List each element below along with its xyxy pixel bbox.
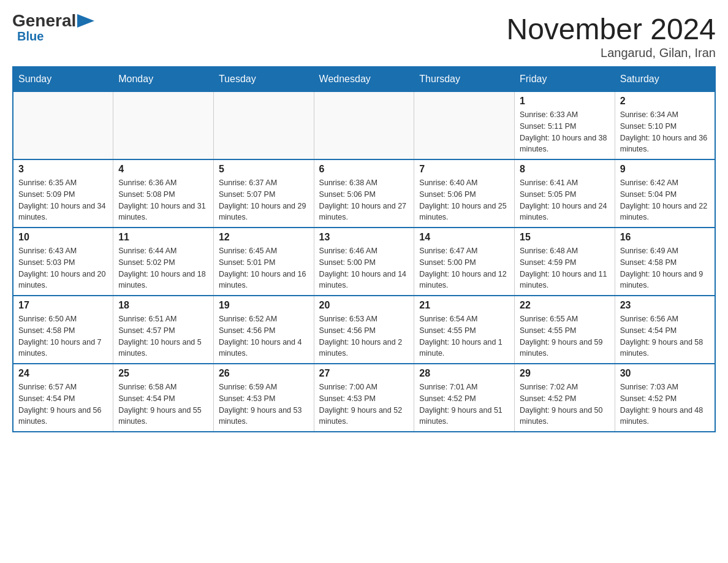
day-info: Sunrise: 6:46 AM Sunset: 5:00 PM Dayligh… <box>319 245 409 291</box>
calendar-header-saturday: Saturday <box>615 67 715 91</box>
calendar-header-row: SundayMondayTuesdayWednesdayThursdayFrid… <box>13 67 715 91</box>
day-info: Sunrise: 6:55 AM Sunset: 4:55 PM Dayligh… <box>520 313 610 359</box>
day-number: 24 <box>18 368 108 379</box>
calendar-cell: 25Sunrise: 6:58 AM Sunset: 4:54 PM Dayli… <box>113 364 214 432</box>
calendar-cell: 26Sunrise: 6:59 AM Sunset: 4:53 PM Dayli… <box>213 364 314 432</box>
day-number: 29 <box>520 368 610 379</box>
day-info: Sunrise: 7:00 AM Sunset: 4:53 PM Dayligh… <box>319 381 409 427</box>
day-info: Sunrise: 6:43 AM Sunset: 5:03 PM Dayligh… <box>18 245 108 291</box>
day-info: Sunrise: 6:44 AM Sunset: 5:02 PM Dayligh… <box>118 245 208 291</box>
calendar-cell <box>414 91 515 159</box>
day-info: Sunrise: 6:36 AM Sunset: 5:08 PM Dayligh… <box>118 177 208 223</box>
calendar-cell: 4Sunrise: 6:36 AM Sunset: 5:08 PM Daylig… <box>113 159 214 228</box>
calendar-header-friday: Friday <box>515 67 615 91</box>
calendar-cell: 30Sunrise: 7:03 AM Sunset: 4:52 PM Dayli… <box>615 364 715 432</box>
day-info: Sunrise: 6:41 AM Sunset: 5:05 PM Dayligh… <box>520 177 610 223</box>
day-number: 28 <box>419 368 509 379</box>
day-info: Sunrise: 6:33 AM Sunset: 5:11 PM Dayligh… <box>520 109 610 155</box>
day-info: Sunrise: 6:47 AM Sunset: 5:00 PM Dayligh… <box>419 245 509 291</box>
day-number: 16 <box>620 232 710 243</box>
calendar-cell: 10Sunrise: 6:43 AM Sunset: 5:03 PM Dayli… <box>13 228 113 296</box>
calendar-week-row: 10Sunrise: 6:43 AM Sunset: 5:03 PM Dayli… <box>13 228 715 296</box>
calendar-cell: 29Sunrise: 7:02 AM Sunset: 4:52 PM Dayli… <box>515 364 615 432</box>
logo-blue-text: Blue <box>17 29 44 44</box>
calendar-cell <box>314 91 414 159</box>
day-number: 30 <box>620 368 710 379</box>
day-number: 8 <box>520 164 610 175</box>
calendar-header-monday: Monday <box>113 67 214 91</box>
calendar-cell: 11Sunrise: 6:44 AM Sunset: 5:02 PM Dayli… <box>113 228 214 296</box>
day-number: 27 <box>319 368 409 379</box>
day-info: Sunrise: 7:01 AM Sunset: 4:52 PM Dayligh… <box>419 381 509 427</box>
day-info: Sunrise: 6:59 AM Sunset: 4:53 PM Dayligh… <box>219 381 309 427</box>
day-number: 22 <box>520 300 610 311</box>
day-info: Sunrise: 6:57 AM Sunset: 4:54 PM Dayligh… <box>18 381 108 427</box>
day-info: Sunrise: 7:02 AM Sunset: 4:52 PM Dayligh… <box>520 381 610 427</box>
calendar-cell <box>213 91 314 159</box>
calendar-cell: 13Sunrise: 6:46 AM Sunset: 5:00 PM Dayli… <box>314 228 414 296</box>
calendar-cell: 20Sunrise: 6:53 AM Sunset: 4:56 PM Dayli… <box>314 296 414 364</box>
day-number: 12 <box>219 232 309 243</box>
day-info: Sunrise: 6:51 AM Sunset: 4:57 PM Dayligh… <box>118 313 208 359</box>
calendar-cell: 8Sunrise: 6:41 AM Sunset: 5:05 PM Daylig… <box>515 159 615 228</box>
day-info: Sunrise: 6:52 AM Sunset: 4:56 PM Dayligh… <box>219 313 309 359</box>
day-number: 26 <box>219 368 309 379</box>
day-info: Sunrise: 6:45 AM Sunset: 5:01 PM Dayligh… <box>219 245 309 291</box>
day-info: Sunrise: 6:38 AM Sunset: 5:06 PM Dayligh… <box>319 177 409 223</box>
day-info: Sunrise: 6:53 AM Sunset: 4:56 PM Dayligh… <box>319 313 409 359</box>
day-info: Sunrise: 7:03 AM Sunset: 4:52 PM Dayligh… <box>620 381 710 427</box>
day-info: Sunrise: 6:48 AM Sunset: 4:59 PM Dayligh… <box>520 245 610 291</box>
calendar-week-row: 17Sunrise: 6:50 AM Sunset: 4:58 PM Dayli… <box>13 296 715 364</box>
day-number: 15 <box>520 232 610 243</box>
calendar-cell: 15Sunrise: 6:48 AM Sunset: 4:59 PM Dayli… <box>515 228 615 296</box>
day-number: 19 <box>219 300 309 311</box>
day-number: 21 <box>419 300 509 311</box>
day-number: 10 <box>18 232 108 243</box>
calendar-cell: 28Sunrise: 7:01 AM Sunset: 4:52 PM Dayli… <box>414 364 515 432</box>
calendar-cell <box>113 91 214 159</box>
day-info: Sunrise: 6:56 AM Sunset: 4:54 PM Dayligh… <box>620 313 710 359</box>
page-subtitle: Langarud, Gilan, Iran <box>506 46 716 60</box>
calendar-table: SundayMondayTuesdayWednesdayThursdayFrid… <box>12 66 716 432</box>
day-number: 14 <box>419 232 509 243</box>
day-number: 20 <box>319 300 409 311</box>
calendar-cell: 5Sunrise: 6:37 AM Sunset: 5:07 PM Daylig… <box>213 159 314 228</box>
day-number: 25 <box>118 368 208 379</box>
day-number: 3 <box>18 164 108 175</box>
logo-triangle-icon <box>77 14 94 28</box>
day-number: 18 <box>118 300 208 311</box>
calendar-header-wednesday: Wednesday <box>314 67 414 91</box>
calendar-cell: 19Sunrise: 6:52 AM Sunset: 4:56 PM Dayli… <box>213 296 314 364</box>
day-info: Sunrise: 6:58 AM Sunset: 4:54 PM Dayligh… <box>118 381 208 427</box>
day-number: 9 <box>620 164 710 175</box>
calendar-header-tuesday: Tuesday <box>213 67 314 91</box>
calendar-cell: 6Sunrise: 6:38 AM Sunset: 5:06 PM Daylig… <box>314 159 414 228</box>
calendar-header-sunday: Sunday <box>13 67 113 91</box>
calendar-cell: 2Sunrise: 6:34 AM Sunset: 5:10 PM Daylig… <box>615 91 715 159</box>
calendar-cell: 21Sunrise: 6:54 AM Sunset: 4:55 PM Dayli… <box>414 296 515 364</box>
day-info: Sunrise: 6:50 AM Sunset: 4:58 PM Dayligh… <box>18 313 108 359</box>
page-header: General Blue November 2024 Langarud, Gil… <box>12 12 716 60</box>
day-info: Sunrise: 6:49 AM Sunset: 4:58 PM Dayligh… <box>620 245 710 291</box>
day-number: 11 <box>118 232 208 243</box>
day-number: 5 <box>219 164 309 175</box>
day-number: 1 <box>520 96 610 107</box>
day-info: Sunrise: 6:35 AM Sunset: 5:09 PM Dayligh… <box>18 177 108 223</box>
day-info: Sunrise: 6:42 AM Sunset: 5:04 PM Dayligh… <box>620 177 710 223</box>
calendar-cell: 24Sunrise: 6:57 AM Sunset: 4:54 PM Dayli… <box>13 364 113 432</box>
day-number: 4 <box>118 164 208 175</box>
calendar-cell: 14Sunrise: 6:47 AM Sunset: 5:00 PM Dayli… <box>414 228 515 296</box>
day-info: Sunrise: 6:54 AM Sunset: 4:55 PM Dayligh… <box>419 313 509 359</box>
calendar-week-row: 3Sunrise: 6:35 AM Sunset: 5:09 PM Daylig… <box>13 159 715 228</box>
calendar-week-row: 1Sunrise: 6:33 AM Sunset: 5:11 PM Daylig… <box>13 91 715 159</box>
logo: General Blue <box>12 12 94 44</box>
calendar-cell: 1Sunrise: 6:33 AM Sunset: 5:11 PM Daylig… <box>515 91 615 159</box>
day-number: 6 <box>319 164 409 175</box>
day-info: Sunrise: 6:40 AM Sunset: 5:06 PM Dayligh… <box>419 177 509 223</box>
calendar-cell: 27Sunrise: 7:00 AM Sunset: 4:53 PM Dayli… <box>314 364 414 432</box>
calendar-cell: 18Sunrise: 6:51 AM Sunset: 4:57 PM Dayli… <box>113 296 214 364</box>
day-number: 2 <box>620 96 710 107</box>
calendar-cell: 17Sunrise: 6:50 AM Sunset: 4:58 PM Dayli… <box>13 296 113 364</box>
calendar-cell: 22Sunrise: 6:55 AM Sunset: 4:55 PM Dayli… <box>515 296 615 364</box>
page-title: November 2024 <box>506 12 716 46</box>
